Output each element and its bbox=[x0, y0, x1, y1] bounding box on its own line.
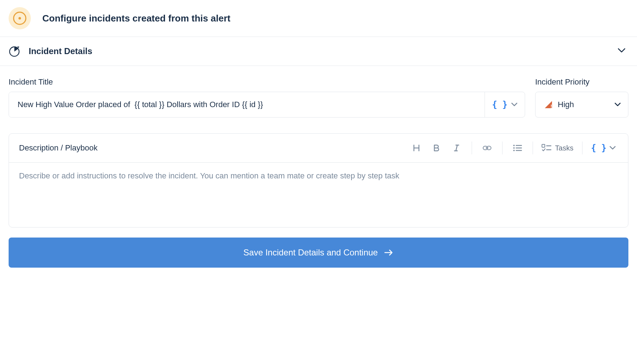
chevron-down-icon bbox=[614, 102, 621, 107]
chevron-down-icon bbox=[609, 146, 616, 150]
form-body: Incident Title { } Incident Priority bbox=[0, 66, 637, 276]
toolbar-separator bbox=[502, 142, 502, 154]
priority-value: High bbox=[558, 100, 574, 109]
incident-title-field: Incident Title { } bbox=[9, 77, 525, 118]
bold-icon bbox=[432, 144, 441, 152]
editor-placeholder: Describe or add instructions to resolve … bbox=[19, 171, 618, 181]
braces-icon: { } bbox=[492, 100, 508, 110]
page-title: Configure incidents created from this al… bbox=[42, 13, 230, 24]
editor-body[interactable]: Describe or add instructions to resolve … bbox=[9, 163, 628, 227]
svg-rect-4 bbox=[551, 107, 552, 108]
editor-title: Description / Playbook bbox=[19, 143, 98, 153]
editor-template-button[interactable]: { } bbox=[589, 143, 618, 153]
incident-title-label: Incident Title bbox=[9, 77, 525, 87]
incident-title-input-group: { } bbox=[9, 92, 525, 118]
svg-point-1 bbox=[19, 17, 21, 20]
clock-icon bbox=[9, 46, 20, 57]
italic-button[interactable] bbox=[448, 141, 465, 155]
tasks-icon bbox=[542, 144, 552, 152]
svg-point-5 bbox=[513, 145, 515, 146]
chevron-down-icon bbox=[618, 48, 626, 54]
form-row: Incident Title { } Incident Priority bbox=[9, 77, 628, 118]
save-button[interactable]: Save Incident Details and Continue bbox=[9, 238, 628, 268]
page-header: Configure incidents created from this al… bbox=[0, 0, 637, 37]
priority-select[interactable]: High bbox=[535, 92, 628, 118]
list-icon bbox=[513, 144, 522, 152]
list-button[interactable] bbox=[509, 141, 526, 155]
section-title: Incident Details bbox=[29, 46, 92, 56]
target-icon bbox=[9, 7, 31, 29]
incident-title-input[interactable] bbox=[9, 92, 485, 117]
svg-point-6 bbox=[513, 147, 515, 149]
section-header[interactable]: Incident Details bbox=[0, 37, 637, 66]
toolbar-separator bbox=[472, 142, 472, 154]
priority-high-icon bbox=[544, 100, 553, 109]
svg-rect-8 bbox=[542, 144, 545, 147]
chevron-down-icon bbox=[511, 102, 518, 107]
svg-point-7 bbox=[513, 150, 515, 151]
incident-priority-field: Incident Priority High bbox=[535, 77, 628, 118]
toolbar-separator bbox=[582, 142, 582, 154]
arrow-right-icon bbox=[384, 249, 393, 256]
template-variable-button[interactable]: { } bbox=[485, 92, 525, 117]
svg-rect-3 bbox=[551, 105, 552, 107]
priority-value-wrapper: High bbox=[544, 100, 574, 109]
tasks-button[interactable]: Tasks bbox=[539, 144, 576, 152]
heading-icon bbox=[412, 144, 421, 152]
incident-priority-label: Incident Priority bbox=[535, 77, 628, 87]
toolbar-separator bbox=[533, 142, 533, 154]
bold-button[interactable] bbox=[428, 141, 445, 155]
editor-toolbar: Description / Playbook bbox=[9, 134, 628, 163]
heading-button[interactable] bbox=[408, 141, 425, 155]
tasks-label: Tasks bbox=[555, 144, 574, 152]
editor-container: Description / Playbook bbox=[9, 133, 628, 227]
link-icon bbox=[482, 145, 492, 151]
italic-icon bbox=[452, 144, 461, 152]
link-button[interactable] bbox=[478, 141, 496, 155]
save-button-label: Save Incident Details and Continue bbox=[244, 248, 378, 258]
braces-icon: { } bbox=[591, 143, 607, 153]
